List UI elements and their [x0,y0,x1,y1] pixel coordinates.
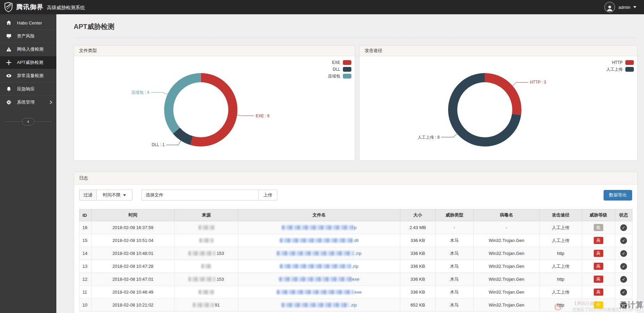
cell-size: 336 KB [400,260,436,273]
cell-status: ✓ [615,299,632,312]
time-filter-dropdown[interactable]: 时间不限 [96,190,132,201]
file-link[interactable]: exe [277,290,362,295]
file-link[interactable]: p [282,225,356,230]
filter-label: 过滤 [79,190,96,201]
sidebar-item-label: 应急响应 [17,86,35,92]
cell-size: 336 KB [400,234,436,247]
cell-size: 652 KB [400,299,436,312]
sidebar-item-3[interactable]: APT威胁检测 [0,56,56,69]
cell-status: ✓ [615,286,632,299]
donut-chart-svg: EXE : 6DLL : 1压缩包 : 4 [74,56,355,161]
sidebar-item-5[interactable]: 应急响应 [0,82,56,95]
cell-filename: exe [238,273,400,286]
choose-file-button[interactable]: 选择文件 [141,190,167,201]
sidebar-item-2[interactable]: 网络入侵检测 [0,42,56,56]
user-menu[interactable]: admin [604,0,637,14]
cell-virus-name: Win32.Trojan.Gen [474,260,540,273]
upload-button[interactable]: 上传 [258,190,277,201]
slice-label: EXE : 6 [256,114,270,118]
panel-file-type: 文件类型 EXE : 6DLL : 1压缩包 : 4EXEDLL压缩包 [74,45,355,161]
status-check-icon: ✓ [620,263,627,270]
cell-id: 16 [79,221,92,234]
panel-log: 日志 过滤 时间不限 选择文件 上传 数据导出 [74,172,638,313]
column-header-4: 大小 [400,209,436,221]
cell-threat-type: 木马 [436,234,474,247]
cell-source [174,234,238,247]
cell-time: 2018-02-08 10:46:49 [92,286,174,299]
cell-size: 336 KB [400,286,436,299]
file-link[interactable]: .zip [281,302,356,308]
monitor-icon [6,33,12,39]
legend-item-EXE[interactable]: EXE [328,59,351,66]
file-link[interactable]: .dll [280,238,359,243]
label-line [441,134,457,137]
cell-filename: .dll [238,234,400,247]
bell-icon [6,86,12,92]
label-line [237,115,254,116]
cell-threat-level: 低 [582,221,615,234]
cell-filename: .zip [238,260,400,273]
column-header-9: 状态 [615,209,632,221]
cell-time: 2018-02-08 10:21:02 [92,299,174,312]
sidebar: Habo Center资产风险网络入侵检测APT威胁检测异常流量检测应急响应系统… [0,14,56,313]
file-type-donut-chart: EXE : 6DLL : 1压缩包 : 4EXEDLL压缩包 [74,56,355,161]
donut-chart-svg: HTTP : 3人工上传 : 8 [360,56,637,161]
cell-source: 153 [174,247,238,260]
alert-triangle-icon [6,47,12,52]
sidebar-collapse-toggle[interactable]: ‹ [22,118,34,125]
table-row: 102018-02-08 10:21:0291.zip652 KB木马Win32… [79,299,632,312]
redacted-filename [281,303,349,307]
legend-item-人工上传[interactable]: 人工上传 [606,66,634,73]
legend-swatch [343,60,351,65]
panel-log-title: 日志 [74,172,637,185]
slice-label: HTTP : 3 [530,80,546,85]
brand-subtitle: 高级威胁检测系统 [47,4,85,11]
sidebar-item-0[interactable]: Habo Center [0,16,56,29]
column-header-3: 文件名 [238,209,400,221]
cell-virus-name: Win32.Trojan.Gen [474,286,540,299]
panel-attack-path: 攻击途径 HTTP : 3人工上传 : 8HTTP人工上传 [359,45,638,161]
slice-label: 压缩包 : 4 [131,90,149,95]
cell-threat-type: 木马 [436,273,474,286]
sidebar-item-4[interactable]: 异常流量检测 [0,69,56,82]
sidebar-item-label: 异常流量检测 [17,73,43,79]
cell-attack-path: http [540,247,582,260]
legend-item-DLL[interactable]: DLL [328,66,351,73]
main-content: APT威胁检测 文件类型 EXE : 6DLL : 1压缩包 : 4EXEDLL… [56,14,644,313]
slice-label: DLL : 1 [152,142,165,147]
file-name-input[interactable] [167,190,258,201]
filename-suffix: .zip [354,251,361,256]
sidebar-item-label: APT威胁检测 [17,59,43,66]
cell-threat-level: 高 [582,273,615,286]
brand: 腾讯御界 高级威胁检测系统 [0,2,85,12]
file-link[interactable]: .zip [280,264,358,269]
cell-source: 91 [174,299,238,312]
column-header-5: 威胁类型 [436,209,474,221]
filename-suffix: exe [354,290,362,295]
file-link[interactable]: .zip [277,251,361,256]
panel-attack-path-title: 攻击途径 [360,46,637,56]
cell-threat-type: 木马 [436,260,474,273]
panel-file-type-title: 文件类型 [74,46,355,56]
chevron-down-icon [633,6,637,8]
redacted-source [188,251,216,256]
file-link[interactable]: exe [279,277,360,282]
redacted-filename [282,225,354,230]
cell-time: 2018-02-08 10:51:04 [92,234,174,247]
cell-attack-path: http [540,299,582,312]
cell-virus-name: Win32.Trojan.Gen [474,273,540,286]
legend-label: HTTP [612,60,623,65]
cell-id: 10 [79,299,92,312]
sidebar-item-1[interactable]: 资产风险 [0,29,56,42]
time-filter-group: 过滤 时间不限 [79,190,132,201]
source-suffix: 153 [217,277,224,282]
chart-legend: EXEDLL压缩包 [328,59,351,80]
sidebar-item-6[interactable]: 系统管理 [0,95,56,109]
legend-item-压缩包[interactable]: 压缩包 [328,73,351,80]
data-export-button[interactable]: 数据导出 [604,190,632,201]
chart-legend: HTTP人工上传 [606,59,634,73]
column-header-7: 攻击途径 [540,209,582,221]
status-check-icon: ✓ [620,250,627,257]
legend-item-HTTP[interactable]: HTTP [606,59,634,66]
legend-label: 人工上传 [606,67,623,72]
